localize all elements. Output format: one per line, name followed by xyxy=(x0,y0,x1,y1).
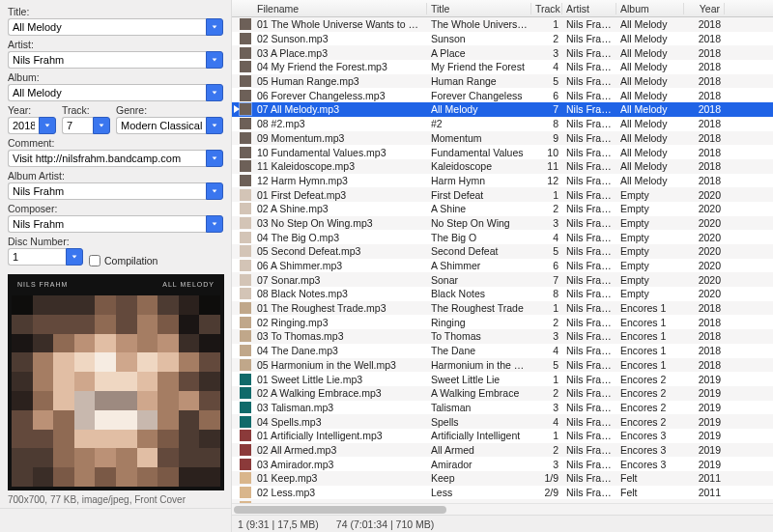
comment-input[interactable] xyxy=(8,150,206,167)
album-cover[interactable]: NILS FRAHM ALL MELODY xyxy=(8,274,224,490)
composer-dropdown-button[interactable] xyxy=(206,215,223,233)
cell-artist: Nils Frahm xyxy=(562,387,616,399)
cell-filename: 03 Amirador.mp3 xyxy=(253,459,427,470)
column-header-album[interactable]: Album xyxy=(616,3,684,14)
table-row[interactable]: 09 Momentum.mp3Momentum9Nils FrahmAll Me… xyxy=(232,131,773,146)
table-row[interactable]: 08 Black Notes.mp3Black Notes8Nils Frahm… xyxy=(232,287,773,301)
album-artist-input[interactable] xyxy=(8,182,206,200)
table-row[interactable]: 11 Kaleidoscope.mp3Kaleidoscope11Nils Fr… xyxy=(232,159,773,174)
album-artist-combo[interactable] xyxy=(8,182,223,200)
table-row[interactable]: 01 First Defeat.mp3First Defeat1Nils Fra… xyxy=(232,187,773,202)
column-header-artist[interactable]: Artist xyxy=(562,3,616,14)
table-row[interactable]: 02 A Shine.mp3A Shine2Nils FrahmEmpty202… xyxy=(232,202,773,216)
title-dropdown-button[interactable] xyxy=(206,18,223,36)
cell-artist: Nils Frahm xyxy=(562,472,616,484)
table-row[interactable]: 03 To Thomas.mp3To Thomas3Nils FrahmEnco… xyxy=(232,329,773,344)
table-row[interactable]: 10 Fundamental Values.mp3Fundamental Val… xyxy=(232,145,773,159)
horizontal-scrollbar-thumb[interactable] xyxy=(234,506,446,514)
table-row[interactable]: 07 Sonar.mp3Sonar7Nils FrahmEmpty2020 xyxy=(232,272,773,287)
horizontal-scrollbar[interactable] xyxy=(232,503,773,515)
genre-input[interactable] xyxy=(116,117,206,134)
album-input[interactable] xyxy=(8,84,206,101)
cell-artist: Nils Frahm xyxy=(562,260,616,271)
table-row[interactable]: 04 My Friend the Forest.mp3My Friend the… xyxy=(232,60,773,74)
table-row[interactable]: 01 The Whole Universe Wants to Be Touche… xyxy=(232,17,773,32)
table-row[interactable]: 04 The Dane.mp3The Dane4Nils FrahmEncore… xyxy=(232,344,773,358)
genre-combo[interactable] xyxy=(116,117,223,134)
genre-dropdown-button[interactable] xyxy=(206,117,223,134)
table-row[interactable]: 03 No Step On Wing.mp3No Step On Wing3Ni… xyxy=(232,216,773,231)
table-row[interactable]: 03 A Place.mp3A Place3Nils FrahmAll Melo… xyxy=(232,45,773,60)
track-dropdown-button[interactable] xyxy=(93,117,110,134)
table-row[interactable]: 06 A Shimmer.mp3A Shimmer6Nils FrahmEmpt… xyxy=(232,259,773,273)
cell-album: All Melody xyxy=(616,90,684,101)
table-row[interactable]: 02 Sunson.mp3Sunson2Nils FrahmAll Melody… xyxy=(232,32,773,46)
cell-artist: Nils Frahm xyxy=(562,232,616,243)
cell-track: 2 xyxy=(531,33,562,44)
table-row[interactable]: 02 Less.mp3Less2/9Nils FrahmFelt2011 xyxy=(232,486,773,500)
artist-label: Artist: xyxy=(8,39,223,50)
table-row[interactable]: 01 Artificially Intelligent.mp3Artificia… xyxy=(232,429,773,443)
album-combo[interactable] xyxy=(8,84,223,101)
cell-track: 5 xyxy=(531,245,562,257)
column-header-track[interactable]: Track xyxy=(531,3,562,14)
table-row[interactable]: 02 Ringing.mp3Ringing2Nils FrahmEncores … xyxy=(232,315,773,329)
table-row[interactable]: 03 Talisman.mp3Talisman3Nils FrahmEncore… xyxy=(232,401,773,415)
year-combo[interactable] xyxy=(8,117,56,134)
artist-input[interactable] xyxy=(8,51,206,69)
year-input[interactable] xyxy=(8,117,39,134)
cell-year: 2018 xyxy=(684,47,725,59)
album-color-swatch xyxy=(240,175,251,186)
table-row[interactable]: 02 All Armed.mp3All Armed2Nils FrahmEnco… xyxy=(232,443,773,458)
table-row[interactable]: 02 A Walking Embrace.mp3A Walking Embrac… xyxy=(232,386,773,401)
cell-filename: 09 Momentum.mp3 xyxy=(253,132,427,144)
cell-album: All Melody xyxy=(616,175,684,186)
table-row[interactable]: 04 The Big O.mp3The Big O4Nils FrahmEmpt… xyxy=(232,230,773,244)
cell-filename: 05 Human Range.mp3 xyxy=(253,75,427,87)
comment-dropdown-button[interactable] xyxy=(206,150,223,167)
cell-year: 2018 xyxy=(684,18,725,30)
artist-dropdown-button[interactable] xyxy=(206,51,223,69)
table-row[interactable]: 07 All Melody.mp3All Melody7Nils FrahmAl… xyxy=(232,102,773,117)
column-header-filename[interactable]: Filename xyxy=(253,3,427,14)
table-row[interactable]: 12 Harm Hymn.mp3Harm Hymn12Nils FrahmAll… xyxy=(232,174,773,188)
cell-artist: Nils Frahm xyxy=(562,402,616,413)
track-input[interactable] xyxy=(62,117,93,134)
table-row[interactable]: 05 Harmonium in the Well.mp3Harmonium in… xyxy=(232,358,773,373)
artist-combo[interactable] xyxy=(8,51,223,69)
table-row[interactable]: 01 Keep.mp3Keep1/9Nils FrahmFelt2011 xyxy=(232,471,773,486)
column-header-year[interactable]: Year xyxy=(684,3,725,14)
table-row[interactable]: 01 Sweet Little Lie.mp3Sweet Little Lie1… xyxy=(232,372,773,386)
cell-track: 2 xyxy=(531,387,562,399)
composer-input[interactable] xyxy=(8,215,206,233)
album-dropdown-button[interactable] xyxy=(206,84,223,101)
table-row[interactable]: 04 Spells.mp3Spells4Nils FrahmEncores 22… xyxy=(232,414,773,429)
album-color-swatch xyxy=(240,330,251,342)
disc-dropdown-button[interactable] xyxy=(66,248,83,266)
disc-input[interactable] xyxy=(8,248,66,266)
cell-album: Encores 2 xyxy=(616,416,684,428)
year-dropdown-button[interactable] xyxy=(39,117,56,134)
table-row[interactable]: 01 The Roughest Trade.mp3The Roughest Tr… xyxy=(232,301,773,316)
table-row[interactable]: 05 Second Defeat.mp3Second Defeat5Nils F… xyxy=(232,244,773,259)
disc-combo[interactable] xyxy=(8,248,83,266)
table-row[interactable]: 03 Amirador.mp3Amirador3Nils FrahmEncore… xyxy=(232,457,773,471)
table-row[interactable]: 06 Forever Changeless.mp3Forever Changel… xyxy=(232,88,773,102)
comment-combo[interactable] xyxy=(8,150,223,167)
cell-filename: 03 To Thomas.mp3 xyxy=(253,330,427,342)
column-header-title[interactable]: Title xyxy=(427,3,531,14)
cell-year: 2018 xyxy=(684,330,725,342)
compilation-checkbox[interactable] xyxy=(89,255,100,266)
title-input[interactable] xyxy=(8,18,206,36)
track-combo[interactable] xyxy=(62,117,110,134)
cell-track: 1 xyxy=(531,374,562,385)
album-artist-dropdown-button[interactable] xyxy=(206,182,223,200)
table-row[interactable]: 05 Human Range.mp3Human Range5Nils Frahm… xyxy=(232,74,773,89)
cell-title: First Defeat xyxy=(427,189,531,201)
table-row[interactable]: 08 #2.mp3#28Nils FrahmAll Melody2018 xyxy=(232,117,773,131)
cover-mosaic-art xyxy=(12,295,220,487)
composer-combo[interactable] xyxy=(8,215,223,233)
title-combo[interactable] xyxy=(8,18,223,36)
chevron-down-icon xyxy=(211,56,218,64)
cell-year: 2019 xyxy=(684,402,725,413)
